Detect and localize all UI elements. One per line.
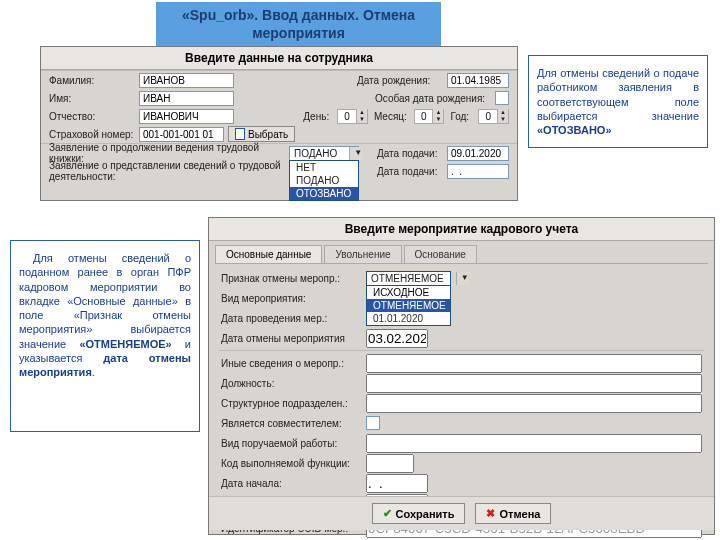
chevron-down-icon: ▼: [456, 272, 469, 285]
patronymic-input[interactable]: [139, 109, 234, 124]
special-dob-checkbox[interactable]: [495, 91, 509, 105]
year-stepper[interactable]: 0▲▼: [478, 109, 509, 124]
label-year: Год:: [450, 111, 478, 122]
tab-main-data[interactable]: Основные данные: [215, 245, 322, 263]
status-dropdown-list: НЕТ ПОДАНО ОТОЗВАНО: [289, 160, 359, 201]
check-icon: ✔: [383, 507, 392, 520]
day-stepper[interactable]: 0▲▼: [337, 109, 368, 124]
label-func-code: Код выполняемой функции:: [221, 458, 366, 469]
event-date-value: 01.01.2020: [367, 312, 450, 325]
save-button[interactable]: ✔ Сохранить: [372, 503, 466, 524]
label-position: Должность:: [221, 378, 366, 389]
cancel-button[interactable]: ✖ Отмена: [475, 503, 551, 524]
chevron-down-icon: ▼: [349, 147, 362, 160]
label-surname: Фамилия:: [49, 75, 139, 86]
label-special-dob: Особая дата рождения:: [375, 93, 495, 104]
footer-buttons: ✔ Сохранить ✖ Отмена: [209, 496, 714, 530]
label-name: Имя:: [49, 93, 139, 104]
status-option-net[interactable]: НЕТ: [290, 161, 358, 174]
label-start-date: Дата начала:: [221, 478, 366, 489]
cancel-flag-dropdown[interactable]: ОТМЕНЯЕМОЕ ▼: [366, 271, 451, 286]
label-statement-1: Заявление о продолжении ведения трудовой…: [49, 142, 289, 164]
label-patronymic: Отчество:: [49, 111, 139, 122]
date-submit-1-input[interactable]: [447, 146, 509, 161]
tab-basis[interactable]: Основание: [404, 245, 477, 263]
label-dob: Дата рождения:: [357, 75, 447, 86]
work-type-input[interactable]: [366, 434, 702, 453]
label-month: Месяц:: [374, 111, 414, 122]
label-cancel-date: Дата отмены мероприятия: [221, 333, 366, 344]
surname-input[interactable]: [139, 73, 234, 88]
status-dropdown[interactable]: ПОДАНО ▼: [289, 146, 359, 161]
cancel-flag-list: ИСХОДНОЕ ОТМЕНЯЕМОЕ 01.01.2020: [366, 285, 451, 326]
label-dept: Структурное подразделен.:: [221, 398, 366, 409]
date-submit-2-input[interactable]: [447, 164, 509, 179]
select-button[interactable]: Выбрать: [228, 126, 295, 142]
position-input[interactable]: [366, 374, 702, 393]
func-code-input[interactable]: [366, 454, 414, 473]
label-work-type: Вид поручаемой работы:: [221, 438, 366, 449]
label-other-info: Иные сведения о меропр.:: [221, 358, 366, 369]
status-option-otozvano[interactable]: ОТОЗВАНО: [290, 187, 358, 200]
other-info-input[interactable]: [366, 354, 702, 373]
label-cancel-flag: Признак отмены меропр.:: [221, 273, 366, 284]
label-parttime: Является совместителем:: [221, 418, 366, 429]
cancel-option-cancelled[interactable]: ОТМЕНЯЕМОЕ: [367, 299, 450, 312]
event-form-header: Введите мероприятие кадрового учета: [209, 218, 714, 241]
label-event-type: Вид мероприятия:: [221, 293, 366, 304]
label-event-date: Дата проведения мер.:: [221, 313, 366, 324]
dept-input[interactable]: [366, 394, 702, 413]
slide-title: «Spu_orb». Ввод данных. Отмена мероприят…: [156, 2, 441, 46]
employee-form-header: Введите данные на сотрудника: [41, 47, 517, 70]
status-option-podano[interactable]: ПОДАНО: [290, 174, 358, 187]
label-day: День:: [303, 111, 337, 122]
event-tabs: Основные данные Увольнение Основание: [215, 245, 708, 264]
cancel-date-input[interactable]: [366, 329, 428, 348]
document-icon: [235, 128, 245, 140]
tab-dismissal[interactable]: Увольнение: [324, 245, 401, 263]
cancel-option-initial[interactable]: ИСХОДНОЕ: [367, 286, 450, 299]
event-form-window: Введите мероприятие кадрового учета Осно…: [208, 217, 715, 535]
note-cancel-event: Для отмены сведений о поданном ранее в о…: [10, 240, 200, 432]
employee-form-window: Введите данные на сотрудника Фамилия: Да…: [40, 46, 518, 201]
month-stepper[interactable]: 0▲▼: [414, 109, 445, 124]
start-date-input[interactable]: [366, 474, 428, 493]
label-date-submit-1: Дата подачи:: [377, 148, 447, 159]
snils-input[interactable]: [139, 127, 224, 142]
close-icon: ✖: [486, 507, 495, 520]
dob-input[interactable]: [447, 73, 509, 88]
name-input[interactable]: [139, 91, 234, 106]
note-revoke: Для отмены сведений о подаче работником …: [528, 55, 708, 148]
parttime-checkbox[interactable]: [366, 416, 380, 430]
label-snils: Страховой номер:: [49, 129, 139, 140]
label-date-submit-2: Дата подачи:: [377, 166, 447, 177]
